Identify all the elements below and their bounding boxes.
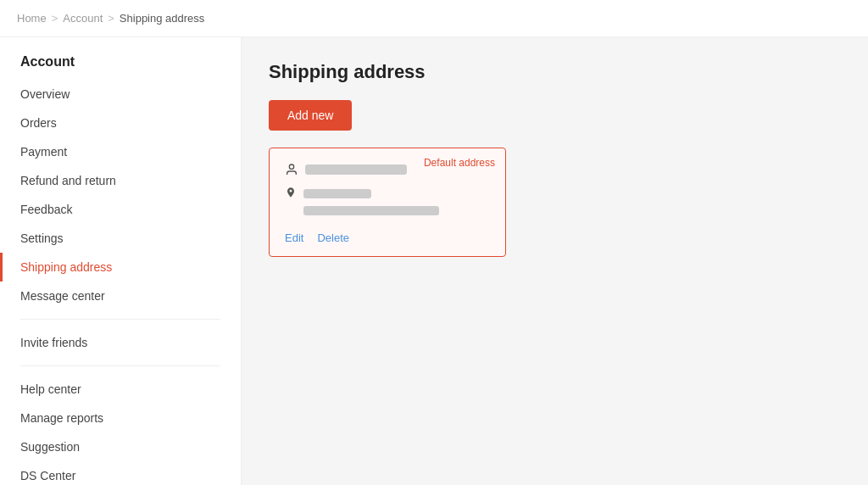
address-name-text xyxy=(305,162,407,176)
svg-point-0 xyxy=(289,164,293,169)
sidebar-item-suggestion[interactable]: Suggestion xyxy=(0,432,241,461)
add-new-button[interactable]: Add new xyxy=(269,100,352,131)
sidebar-divider-2 xyxy=(20,365,220,366)
sidebar-item-overview[interactable]: Overview xyxy=(0,80,241,109)
sidebar-item-shipping[interactable]: Shipping address xyxy=(0,253,241,282)
sidebar: Account Overview Orders Payment Refund a… xyxy=(0,37,242,485)
name-blur xyxy=(305,164,407,175)
breadcrumb-account[interactable]: Account xyxy=(63,12,103,25)
sidebar-item-refund[interactable]: Refund and return xyxy=(0,166,241,195)
address-card: Default address xyxy=(269,148,506,257)
edit-link[interactable]: Edit xyxy=(285,231,303,244)
delete-link[interactable]: Delete xyxy=(317,231,349,244)
addr1-blur xyxy=(303,189,371,198)
person-icon xyxy=(285,163,298,179)
sidebar-item-feedback[interactable]: Feedback xyxy=(0,195,241,224)
address-location-text xyxy=(303,186,439,216)
address-location-row xyxy=(285,186,490,216)
addr2-blur xyxy=(303,206,439,215)
sidebar-item-settings[interactable]: Settings xyxy=(0,224,241,253)
page-title: Shipping address xyxy=(269,61,841,83)
sidebar-item-help[interactable]: Help center xyxy=(0,375,241,404)
sidebar-item-orders[interactable]: Orders xyxy=(0,109,241,137)
breadcrumb: Home > Account > Shipping address xyxy=(0,0,868,37)
sidebar-item-reports[interactable]: Manage reports xyxy=(0,404,241,432)
breadcrumb-sep2: > xyxy=(108,12,114,25)
sidebar-title: Account xyxy=(0,51,241,80)
breadcrumb-current: Shipping address xyxy=(120,12,204,25)
sidebar-item-payment[interactable]: Payment xyxy=(0,137,241,166)
sidebar-item-message[interactable]: Message center xyxy=(0,282,241,310)
sidebar-item-ds[interactable]: DS Center xyxy=(0,461,241,485)
address-actions: Edit Delete xyxy=(285,228,490,244)
sidebar-divider-1 xyxy=(20,319,220,320)
sidebar-item-invite[interactable]: Invite friends xyxy=(0,328,241,357)
default-badge: Default address xyxy=(424,157,495,169)
location-icon xyxy=(285,187,297,203)
breadcrumb-home[interactable]: Home xyxy=(17,12,47,25)
main-content: Shipping address Add new Default address xyxy=(242,37,868,485)
breadcrumb-sep1: > xyxy=(52,12,58,25)
